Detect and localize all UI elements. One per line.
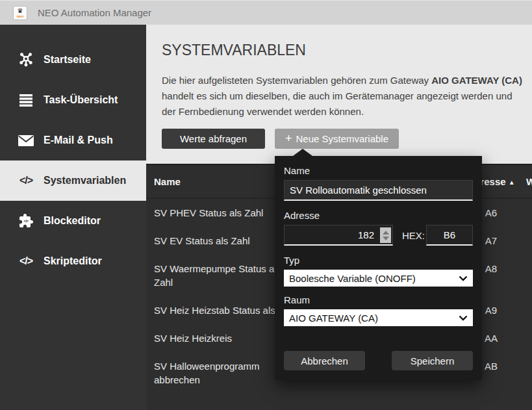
adresse-input[interactable] xyxy=(284,225,393,246)
sidebar-item-blockeditor[interactable]: </> Blockeditor xyxy=(0,201,146,241)
envelope-icon xyxy=(16,135,36,147)
room-select[interactable]: AIO GATEWAY (CA) xyxy=(284,309,473,326)
name-input[interactable] xyxy=(284,180,473,201)
sidebar-item-label: Systemvariablen xyxy=(44,175,126,186)
sidebar: Startseite Task-Übersicht E-Mail & Pus xyxy=(0,25,146,410)
description-line: handelt es sich um dieselben, die auch i… xyxy=(162,88,532,104)
hex-label: HEX: xyxy=(402,230,425,241)
sidebar-item-email-push[interactable]: E-Mail & Push xyxy=(0,120,146,160)
hex-input[interactable] xyxy=(426,225,473,246)
code-icon: </> xyxy=(16,255,36,267)
adresse-row: HEX: xyxy=(284,225,473,246)
adresse-stepper[interactable] xyxy=(380,227,391,243)
toolbar: Werte abfragen +Neue Systemvariable xyxy=(162,129,399,149)
typ-label: Typ xyxy=(284,255,473,266)
description: Die hier aufgelisteten Systemvariablen g… xyxy=(162,73,532,120)
description-line: der Fernbedienung verwendet werden könne… xyxy=(162,104,532,120)
name-label: Name xyxy=(284,165,473,176)
hub-icon xyxy=(16,51,36,68)
app-window: ♛ neo NEO Automation Manager Startseite xyxy=(0,0,532,410)
sidebar-item-skripteditor[interactable]: </> Skripteditor xyxy=(0,241,146,281)
app-logo-icon: ♛ neo xyxy=(13,6,27,20)
sidebar-item-task-uebersicht[interactable]: Task-Übersicht xyxy=(0,80,146,120)
page-title: SYSTEMVARIABLEN xyxy=(162,42,532,59)
sidebar-item-label: Skripteditor xyxy=(44,255,102,267)
logo-text: neo xyxy=(17,14,24,18)
sidebar-item-startseite[interactable]: Startseite xyxy=(0,40,146,80)
raum-label: Raum xyxy=(284,294,473,305)
adresse-number-wrap xyxy=(284,225,393,246)
new-variable-popup: Name Adresse HEX: Typ Boolesche Variable… xyxy=(275,156,482,380)
sidebar-item-label: E-Mail & Push xyxy=(44,135,113,146)
titlebar: ♛ neo NEO Automation Manager xyxy=(0,0,532,25)
adresse-label: Adresse xyxy=(284,210,473,221)
plus-icon: + xyxy=(285,132,292,145)
chevron-down-icon xyxy=(459,315,468,321)
crown-icon: ♛ xyxy=(18,8,23,14)
code-icon: </> xyxy=(16,175,36,186)
type-select[interactable]: Boolesche Variable (ONOFF) xyxy=(284,270,473,287)
puzzle-code-glyph: </> xyxy=(23,219,28,223)
column-header-wert[interactable]: Wert xyxy=(526,176,532,187)
sidebar-item-label: Startseite xyxy=(44,54,91,66)
room-select-value: AIO GATEWAY (CA) xyxy=(289,313,378,324)
sort-ascending-icon: ▲ xyxy=(509,179,515,186)
popup-arrow xyxy=(293,149,312,156)
sidebar-item-label: Blockeditor xyxy=(44,215,101,227)
puzzle-icon: </> xyxy=(16,213,36,229)
cancel-button[interactable]: Abbrechen xyxy=(284,351,365,370)
stepper-down-icon[interactable] xyxy=(383,237,389,240)
query-values-button[interactable]: Werte abfragen xyxy=(162,129,265,149)
sidebar-item-systemvariablen[interactable]: </> Systemvariablen xyxy=(0,160,146,201)
window-title: NEO Automation Manager xyxy=(38,7,151,18)
type-select-value: Boolesche Variable (ONOFF) xyxy=(289,273,416,284)
column-header-name[interactable]: Name xyxy=(154,176,181,187)
chevron-down-icon xyxy=(459,275,468,281)
sidebar-item-label: Task-Übersicht xyxy=(44,94,118,106)
description-line: Die hier aufgelisteten Systemvariablen g… xyxy=(162,73,532,88)
list-icon xyxy=(16,94,36,107)
save-button[interactable]: Speichern xyxy=(392,351,473,370)
stepper-up-icon[interactable] xyxy=(383,231,389,235)
new-variable-button[interactable]: +Neue Systemvariable xyxy=(275,129,399,149)
popup-button-row: Abbrechen Speichern xyxy=(284,351,473,370)
